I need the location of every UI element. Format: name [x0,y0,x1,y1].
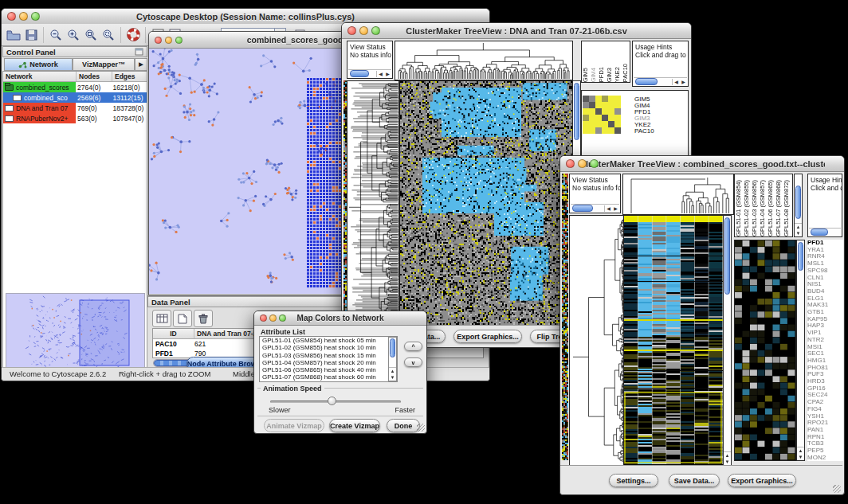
arrow-down-icon[interactable]: ▼ [797,454,804,460]
scrollbar-thumb[interactable] [724,217,730,295]
arrow-left-icon[interactable]: ◀ [377,71,384,77]
attribute-list-item[interactable]: GPL51-01 (GSM854) heat shock 05 min [260,337,397,344]
cluster-matrix-canvas[interactable] [583,96,621,134]
arrow-right-icon[interactable]: ▶ [680,79,687,85]
treeview2-titlebar[interactable]: ClusterMaker TreeView : combined_scores_… [560,156,844,172]
column-label[interactable]: GPL51-04 (GSM857) [759,180,767,236]
close-icon[interactable] [7,12,16,21]
zoom-window-icon[interactable] [371,26,380,35]
zoom-window-icon[interactable] [279,315,286,322]
gene-label[interactable]: MON2 [807,455,843,461]
column-label[interactable]: PFD1 [598,67,606,82]
col-id[interactable]: ID [153,329,194,338]
attribute-listbox[interactable]: GPL51-01 (GSM854) heat shock 05 minGPL51… [259,336,398,382]
move-down-button[interactable]: v [404,357,422,367]
vertical-scrollbar[interactable]: ▲▼ [796,240,805,461]
network-row[interactable]: RNAPuberNov2+ 563(0) 107847(0) [3,113,147,123]
horizontal-scrollbar[interactable]: ◀▶ [348,69,391,77]
network-row[interactable]: combined_sco 2569(6) 13112(15) [3,92,147,103]
col-edges[interactable]: Edges [112,72,147,81]
animate-vizmap-button[interactable]: Animate Vizmap [264,419,324,432]
attribute-list-item[interactable]: GPL51-06 (GSM865) heat shock 40 min [260,366,397,373]
float-panel-icon[interactable] [135,48,143,56]
scrollbar-arrows[interactable]: ▲▼ [795,223,802,236]
column-label[interactable]: YKE2 [614,67,622,82]
zoom-out-icon[interactable] [47,27,65,43]
arrow-down-icon[interactable]: ▼ [724,459,731,465]
minimize-icon[interactable] [269,315,277,322]
scrollbar-arrows[interactable]: ▲▼ [797,447,804,460]
heatmap-canvas[interactable] [399,80,574,327]
column-label[interactable]: GPL51-08 (GSM872) [783,180,791,236]
heatmap-canvas[interactable] [623,215,724,466]
arrow-down-icon[interactable]: ▼ [389,374,396,381]
column-label[interactable]: GIM4 [590,68,598,82]
scrollbar-arrows[interactable]: ◀▶ [604,205,619,212]
column-label[interactable]: GIM5 [582,68,590,82]
scrollbar-thumb[interactable] [572,205,593,212]
vertical-scrollbar[interactable]: ▲▼ [388,337,397,381]
zoom-window-icon[interactable] [590,159,599,168]
open-file-icon[interactable] [5,27,22,43]
save-data-button[interactable]: Save Data... [669,474,720,487]
zoomed-heatmap-canvas[interactable] [734,240,796,461]
column-label[interactable]: GPL51-06 (GSM865) [767,180,775,236]
scrollbar-thumb[interactable] [350,70,369,77]
scrollbar-thumb[interactable] [798,242,803,271]
close-icon[interactable] [347,26,356,35]
matrix-row-label[interactable]: PAC10 [634,128,654,135]
arrow-down-icon[interactable]: ▼ [795,230,802,236]
create-vizmap-button[interactable]: Create Vizmap [329,419,380,432]
column-label[interactable]: GPL51-03 (GSM856) [751,180,759,236]
horizontal-scrollbar[interactable]: ◀▶ [571,204,619,212]
attribute-list-item[interactable]: GPL51-07 (GSM868) heat shock 60 min [260,373,397,381]
scrollbar-thumb[interactable] [635,78,658,85]
minimize-icon[interactable] [578,159,587,168]
column-dendrogram-canvas[interactable] [395,41,573,80]
column-label[interactable]: PAC10 [622,64,630,82]
arrow-right-icon[interactable]: ▶ [384,71,391,77]
minimize-icon[interactable] [359,26,368,35]
attribute-list-item[interactable]: GPL51-03 (GSM856) heat shock 15 min [260,352,397,359]
help-lifesaver-icon[interactable] [124,27,142,43]
column-label[interactable]: GIM3 [606,68,614,82]
zoom-window-icon[interactable] [31,12,40,21]
arrow-up-icon[interactable]: ▲ [797,447,804,454]
tab-overflow-button[interactable]: ▶ [135,58,147,71]
arrow-up-icon[interactable]: ▲ [389,368,396,374]
col-nodes[interactable]: Nodes [77,72,112,81]
new-document-icon[interactable] [173,310,192,327]
vertical-scrollbar[interactable]: ▲▼ [794,174,803,237]
done-button[interactable]: Done [387,419,420,432]
export-graphics-button[interactable]: Export Graphics... [728,474,796,487]
scrollbar-thumb[interactable] [795,186,801,219]
zoom-selected-icon[interactable] [100,27,117,43]
table-icon[interactable] [152,310,171,327]
scrollbar-arrows[interactable]: ▲▼ [724,451,731,465]
column-label[interactable]: GPL51-07 (GSM868) [775,180,783,236]
arrow-left-icon[interactable]: ◀ [673,79,680,85]
col-network[interactable]: Network [3,72,77,81]
row-dendrogram-canvas[interactable] [347,80,399,327]
scrollbar-arrows[interactable]: ▲▼ [389,367,396,381]
tab-vizmapper[interactable]: VizMapper™ [73,58,135,71]
close-icon[interactable] [260,315,267,322]
zoom-in-icon[interactable] [65,27,82,43]
horizontal-scrollbar[interactable]: ◀▶ [634,77,687,85]
column-label[interactable]: GPL51-02 (GSM855) [743,180,751,236]
trash-icon[interactable] [194,310,213,327]
close-icon[interactable] [566,159,575,168]
move-up-button[interactable]: ^ [404,342,422,351]
arrow-left-icon[interactable]: ◀ [605,205,612,212]
scrollbar-arrows[interactable]: ◀▶ [672,79,687,85]
settings-button[interactable]: Settings... [609,474,658,487]
scrollbar-thumb[interactable] [811,229,828,236]
network-row[interactable]: combined_scores 2764(0) 16218(0) [3,82,147,92]
global-overview-strip[interactable] [562,174,568,460]
network-row[interactable]: DNA and Tran 07 769(0) 183728(0) [3,103,147,113]
close-icon[interactable] [155,37,162,44]
zoom-window-icon[interactable] [175,37,183,44]
attribute-list-item[interactable]: GPL51-02 (GSM855) heat shock 10 min [260,344,397,351]
minimize-icon[interactable] [165,37,172,44]
zoom-fit-icon[interactable] [82,27,100,43]
